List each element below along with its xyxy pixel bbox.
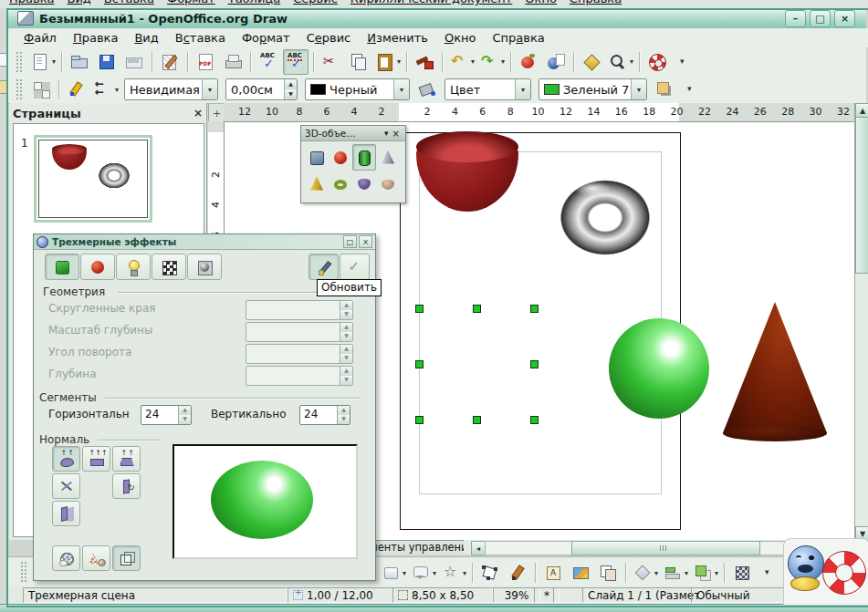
- pyramid-3d-button[interactable]: [305, 171, 329, 197]
- auto-spellcheck-button[interactable]: [283, 49, 309, 75]
- background-menu-item[interactable]: Окно: [525, 0, 557, 5]
- material-tab-button[interactable]: [187, 254, 222, 280]
- chevron-down-icon[interactable]: ▾: [202, 79, 217, 99]
- spherical-button[interactable]: [112, 446, 141, 472]
- spellcheck-button[interactable]: [256, 49, 281, 75]
- maximize-button[interactable]: □: [810, 10, 831, 27]
- glue-points-button[interactable]: [505, 560, 530, 586]
- insert-picture-button[interactable]: [568, 560, 593, 586]
- help-button[interactable]: [644, 49, 670, 75]
- two-sided-illumination-button[interactable]: [112, 473, 141, 499]
- undo-button[interactable]: ▾: [447, 49, 476, 75]
- menu-item[interactable]: Формат: [234, 30, 298, 46]
- save-button[interactable]: [94, 49, 120, 75]
- edit-file-button[interactable]: [157, 49, 183, 75]
- selection-handle[interactable]: [415, 360, 424, 368]
- toolbar-grip[interactable]: [20, 561, 26, 583]
- chevron-down-icon[interactable]: ▾: [393, 79, 409, 99]
- cone-3d-object[interactable]: [723, 302, 827, 441]
- edit-glue-button[interactable]: [64, 77, 89, 102]
- toolbar-options-button[interactable]: [679, 77, 705, 102]
- shading-tab-button[interactable]: [80, 254, 115, 280]
- close-icon[interactable]: ×: [193, 107, 203, 119]
- spinner-arrows[interactable]: ▲▼: [284, 79, 297, 99]
- line-color-combo[interactable]: Черный ▾: [305, 78, 410, 100]
- selection-handle[interactable]: [530, 416, 539, 424]
- chevron-down-icon[interactable]: ▾: [654, 569, 658, 577]
- vertical-scrollbar-thumb[interactable]: [855, 117, 868, 274]
- horizontal-segments-spinner[interactable]: 24 ▲▼: [141, 405, 192, 425]
- fill-color-combo[interactable]: Зеленый 7 ▾: [539, 78, 647, 100]
- email-button[interactable]: [121, 49, 147, 75]
- vertical-scrollbar[interactable]: ▲ ▼: [854, 103, 868, 540]
- background-menu-item[interactable]: Правка: [9, 0, 54, 5]
- shadow-toggle-button[interactable]: [729, 560, 755, 586]
- convert-to-3d-button[interactable]: [52, 545, 80, 571]
- status-view-name[interactable]: Обычный: [691, 587, 790, 603]
- arrange-button[interactable]: ▾: [691, 560, 719, 586]
- close-button[interactable]: ×: [834, 10, 855, 27]
- spinner-arrows[interactable]: ▲▼: [178, 406, 191, 424]
- menu-item[interactable]: Справка: [484, 30, 552, 46]
- toolbar-options-button[interactable]: [757, 560, 782, 586]
- line-style-combo[interactable]: Невидимая ▾: [124, 78, 218, 100]
- invert-normals-button[interactable]: [52, 473, 80, 499]
- update-button[interactable]: [309, 254, 339, 280]
- flat-button[interactable]: [82, 446, 110, 472]
- chevron-down-icon[interactable]: ▾: [115, 86, 119, 94]
- selection-handle[interactable]: [415, 416, 424, 424]
- hyperlink-button[interactable]: [516, 49, 541, 75]
- background-menu-item[interactable]: Формат: [167, 0, 215, 5]
- zoom-button[interactable]: ▾: [606, 49, 634, 75]
- cube-3d-button[interactable]: [305, 144, 329, 171]
- redo-button[interactable]: ▾: [477, 49, 506, 75]
- scroll-left-icon[interactable]: ◂: [471, 541, 486, 555]
- selection-handle[interactable]: [530, 360, 539, 368]
- alignment-button[interactable]: ▾: [661, 560, 689, 586]
- illumination-tab-button[interactable]: [116, 254, 151, 280]
- selection-handle[interactable]: [473, 305, 481, 313]
- menu-item[interactable]: Окно: [436, 30, 485, 46]
- close-icon[interactable]: ×: [391, 129, 402, 139]
- vertical-segments-spinner[interactable]: 24 ▲▼: [299, 405, 350, 425]
- background-menu-item[interactable]: Таблица: [228, 0, 281, 5]
- navigator-button[interactable]: [579, 49, 604, 75]
- 3d-objects-toolbar[interactable]: 3D-объе... ▾ ×: [300, 125, 406, 203]
- menu-item[interactable]: Сервис: [298, 30, 360, 46]
- textures-tab-button[interactable]: [152, 254, 186, 280]
- background-menu-item[interactable]: Вид: [67, 0, 90, 5]
- minimize-button[interactable]: –: [785, 10, 806, 27]
- assign-button[interactable]: [340, 254, 370, 280]
- fill-style-combo[interactable]: Цвет ▾: [444, 78, 531, 100]
- cut-button[interactable]: [319, 49, 344, 75]
- rotate-button[interactable]: ▾: [631, 560, 659, 586]
- new-button[interactable]: ▾: [28, 49, 57, 75]
- snap-grid-button[interactable]: [28, 77, 54, 102]
- basic-shapes-button[interactable]: ▾: [379, 560, 407, 586]
- toolbar-options-button[interactable]: [672, 49, 697, 75]
- chevron-down-icon[interactable]: ▾: [433, 569, 436, 577]
- toolbar-grip[interactable]: [16, 51, 22, 73]
- stars-button[interactable]: ▾: [439, 560, 467, 586]
- selection-handle[interactable]: [530, 305, 539, 313]
- callouts-button[interactable]: ▾: [409, 560, 437, 586]
- perspective-button[interactable]: [112, 545, 141, 571]
- scroll-up-icon[interactable]: ▲: [855, 103, 868, 118]
- torus-3d-object[interactable]: [552, 173, 658, 262]
- chevron-down-icon[interactable]: ▾: [382, 129, 391, 138]
- clone-button[interactable]: [595, 560, 621, 586]
- chevron-down-icon[interactable]: ▾: [715, 569, 718, 577]
- menu-item[interactable]: Изменить: [359, 30, 436, 46]
- copy-button[interactable]: [346, 49, 371, 75]
- geometry-tab-button[interactable]: [45, 254, 79, 280]
- background-menu-item[interactable]: Сервис: [293, 0, 338, 5]
- horizontal-ruler[interactable]: 121086422468101214161820222426283032: [224, 103, 854, 122]
- pdf-export-button[interactable]: [193, 49, 218, 75]
- cylinder-3d-button[interactable]: [352, 144, 376, 171]
- dock-button[interactable]: □: [343, 235, 357, 248]
- gallery-button[interactable]: [543, 49, 569, 75]
- area-fill-button[interactable]: [414, 77, 440, 102]
- shell-3d-button[interactable]: [352, 171, 376, 197]
- print-button[interactable]: [220, 49, 246, 75]
- menu-item[interactable]: Вид: [126, 30, 166, 46]
